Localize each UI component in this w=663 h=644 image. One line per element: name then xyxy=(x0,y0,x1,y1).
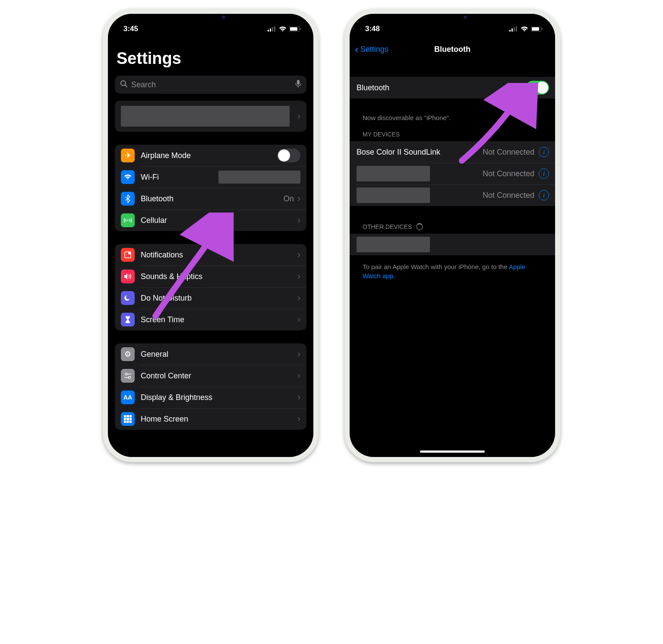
footer-text-1: To pair an Apple Watch with your iPhone,… xyxy=(363,263,509,270)
svg-rect-18 xyxy=(509,30,511,32)
wifi-icon xyxy=(279,26,287,32)
grid-icon xyxy=(121,412,135,426)
row-bluetooth-toggle[interactable]: Bluetooth xyxy=(350,77,555,98)
airplane-toggle[interactable] xyxy=(277,149,300,162)
moon-icon xyxy=(121,291,135,305)
svg-point-14 xyxy=(125,373,127,375)
redacted-content xyxy=(121,106,290,127)
svg-rect-0 xyxy=(268,30,269,32)
chevron-right-icon: › xyxy=(297,249,300,260)
notifications-icon xyxy=(121,248,135,262)
row-display[interactable]: AA Display & Brightness › xyxy=(115,387,306,408)
info-icon[interactable]: i xyxy=(539,168,549,179)
row-label: Notifications xyxy=(141,251,183,260)
footer-text-2: . xyxy=(393,272,395,279)
row-wifi[interactable]: Wi-Fi xyxy=(115,166,306,188)
device-status: Not Connected xyxy=(483,148,534,157)
cellular-icon xyxy=(121,213,135,227)
apple-id-row[interactable]: › xyxy=(115,101,306,132)
search-icon xyxy=(120,80,128,90)
section-header-label: OTHER DEVICES xyxy=(363,223,412,230)
back-label: Settings xyxy=(360,45,388,54)
row-label: Airplane Mode xyxy=(141,151,191,160)
sliders-icon xyxy=(121,369,135,383)
sounds-icon xyxy=(121,270,135,283)
svg-rect-3 xyxy=(274,26,275,32)
row-label: Wi-Fi xyxy=(141,173,159,182)
chevron-right-icon: › xyxy=(297,370,300,381)
phone-left: 3:45 Settings Search xyxy=(103,9,319,462)
notch xyxy=(167,14,254,27)
nav-bar: ‹ Settings Bluetooth xyxy=(350,39,555,60)
device-row[interactable]: Not Connected i xyxy=(350,184,555,206)
svg-rect-20 xyxy=(514,27,515,32)
my-devices-header: MY DEVICES xyxy=(350,131,555,141)
svg-point-16 xyxy=(129,377,131,379)
chevron-right-icon: › xyxy=(297,215,300,226)
row-general[interactable]: ⚙ General › xyxy=(115,343,306,365)
device-name: Bose Color II SoundLink xyxy=(357,148,440,157)
search-input[interactable]: Search xyxy=(115,76,306,94)
phone-right: 3:48 ‹ Settings Bluetooth xyxy=(344,9,560,462)
cellular-signal-icon xyxy=(268,26,276,32)
redacted-content xyxy=(357,166,430,181)
other-devices-header: OTHER DEVICES xyxy=(350,223,555,234)
spinner-icon xyxy=(416,223,423,230)
status-icons xyxy=(509,26,543,32)
gear-icon: ⚙ xyxy=(121,347,135,361)
svg-rect-6 xyxy=(300,28,301,30)
row-screentime[interactable]: Screen Time › xyxy=(115,309,306,330)
row-label: Bluetooth xyxy=(141,194,174,203)
screen-settings: 3:45 Settings Search xyxy=(108,14,313,457)
chevron-right-icon: › xyxy=(297,314,300,325)
row-home-screen[interactable]: Home Screen › xyxy=(115,408,306,430)
chevron-left-icon: ‹ xyxy=(355,43,359,56)
row-label: General xyxy=(141,350,168,359)
svg-rect-23 xyxy=(532,27,539,31)
row-label: Do Not Disturb xyxy=(141,294,192,303)
discoverable-text: Now discoverable as "iPhone". xyxy=(350,111,555,131)
info-icon[interactable]: i xyxy=(539,190,549,200)
row-label: Cellular xyxy=(141,216,167,225)
row-control-center[interactable]: Control Center › xyxy=(115,365,306,387)
row-label: Screen Time xyxy=(141,315,184,324)
row-sounds[interactable]: Sounds & Haptics › xyxy=(115,266,306,287)
my-devices-group: Bose Color II SoundLink Not Connected i … xyxy=(350,141,555,206)
other-devices-group xyxy=(350,234,555,255)
bluetooth-toggle[interactable] xyxy=(526,81,549,95)
row-notifications[interactable]: Notifications › xyxy=(115,244,306,266)
system-group: ⚙ General › Control Center › AA Display … xyxy=(115,343,306,430)
device-row[interactable] xyxy=(350,234,555,255)
svg-rect-9 xyxy=(297,80,300,85)
hourglass-icon xyxy=(121,313,135,327)
row-cellular[interactable]: Cellular › xyxy=(115,209,306,231)
row-dnd[interactable]: Do Not Disturb › xyxy=(115,287,306,309)
redacted-content xyxy=(357,237,430,252)
bluetooth-icon xyxy=(121,192,135,206)
screen-bluetooth: 3:48 ‹ Settings Bluetooth xyxy=(350,14,555,457)
svg-rect-24 xyxy=(542,28,543,30)
svg-rect-2 xyxy=(272,27,273,32)
back-button[interactable]: ‹ Settings xyxy=(355,43,388,56)
svg-rect-5 xyxy=(290,27,297,31)
redacted-content xyxy=(357,187,430,203)
alerts-group: Notifications › Sounds & Haptics › Do No… xyxy=(115,244,306,330)
connectivity-group: ✈ Airplane Mode Wi-Fi Bluetooth On › xyxy=(115,145,306,231)
page-title: Settings xyxy=(108,37,313,73)
info-icon[interactable]: i xyxy=(539,147,549,157)
home-indicator[interactable] xyxy=(420,450,485,453)
row-label: Sounds & Haptics xyxy=(141,272,202,281)
cellular-signal-icon xyxy=(509,26,518,32)
status-icons xyxy=(268,26,301,32)
device-status: Not Connected xyxy=(483,191,534,200)
row-bluetooth[interactable]: Bluetooth On › xyxy=(115,188,306,209)
device-row[interactable]: Bose Color II SoundLink Not Connected i xyxy=(350,141,555,163)
chevron-right-icon: › xyxy=(297,292,300,304)
battery-icon xyxy=(531,26,543,32)
microphone-icon[interactable] xyxy=(295,79,301,90)
search-placeholder: Search xyxy=(131,80,156,89)
row-airplane-mode[interactable]: ✈ Airplane Mode xyxy=(115,145,306,166)
device-row[interactable]: Not Connected i xyxy=(350,163,555,184)
svg-point-11 xyxy=(127,220,129,221)
row-value: On xyxy=(284,194,294,203)
